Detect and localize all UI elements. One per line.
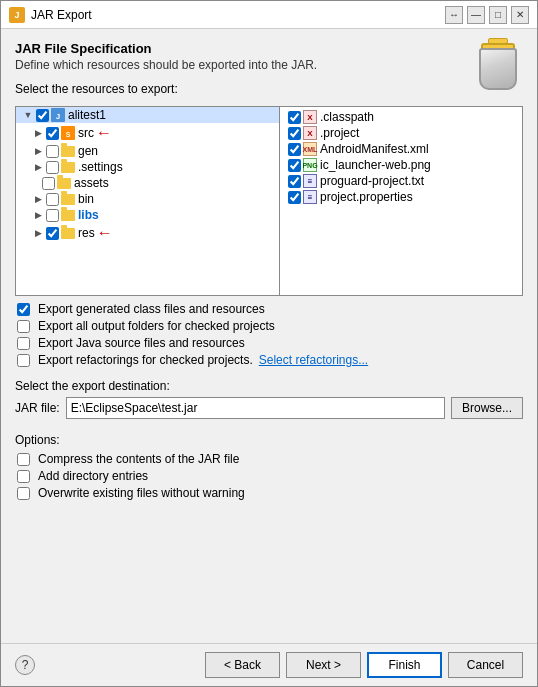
checkbox-refactorings[interactable] xyxy=(17,354,30,367)
file-row-androidmanifest[interactable]: XML AndroidManifest.xml xyxy=(284,141,518,157)
iclauncher-label: ic_launcher-web.png xyxy=(320,158,431,172)
page-title: JAR File Specification xyxy=(15,41,523,56)
tree-item-libs[interactable]: ▶ libs xyxy=(16,207,279,223)
checkbox-directory[interactable] xyxy=(17,470,30,483)
libs-folder-icon xyxy=(61,210,75,221)
checkbox-project[interactable] xyxy=(288,127,301,140)
src-arrow: ← xyxy=(96,124,112,142)
svg-text:S: S xyxy=(66,131,71,138)
expand-res[interactable]: ▶ xyxy=(32,227,44,239)
overwrite-label: Overwrite existing files without warning xyxy=(38,486,245,500)
checkbox-output-folders[interactable] xyxy=(17,320,30,333)
tree-item-assets[interactable]: assets xyxy=(16,175,279,191)
settings-label: .settings xyxy=(78,160,123,174)
tree-panel[interactable]: ▼ J alitest1 ▶ S xyxy=(15,106,280,296)
checkbox-overwrite[interactable] xyxy=(17,487,30,500)
jar-export-dialog: J JAR Export ↔ — □ ✕ JAR File Specificat… xyxy=(0,0,538,687)
expand-settings[interactable]: ▶ xyxy=(32,161,44,173)
close-button[interactable]: ✕ xyxy=(511,6,529,24)
checkbox-iclauncher[interactable] xyxy=(288,159,301,172)
cancel-button[interactable]: Cancel xyxy=(448,652,523,678)
export-dest-label: Select the export destination: xyxy=(15,379,523,393)
jar-file-label: JAR file: xyxy=(15,401,60,415)
select-refactorings-link[interactable]: Select refactorings... xyxy=(259,353,368,367)
checkbox-src[interactable] xyxy=(46,127,59,140)
checkbox-libs[interactable] xyxy=(46,209,59,222)
tree-item-gen[interactable]: ▶ gen xyxy=(16,143,279,159)
expand-src[interactable]: ▶ xyxy=(32,127,44,139)
alitest1-label: alitest1 xyxy=(68,108,106,122)
src-icon: S xyxy=(61,126,75,140)
dialog-icon: J xyxy=(9,7,25,23)
expand-gen[interactable]: ▶ xyxy=(32,145,44,157)
options-label: Options: xyxy=(15,433,523,447)
checkbox-res[interactable] xyxy=(46,227,59,240)
export-option-refactorings[interactable]: Export refactorings for checked projects… xyxy=(15,353,523,367)
tree-item-bin[interactable]: ▶ bin xyxy=(16,191,279,207)
tree-item-settings[interactable]: ▶ .settings xyxy=(16,159,279,175)
res-label: res xyxy=(78,226,95,240)
checkbox-compress[interactable] xyxy=(17,453,30,466)
checkbox-class-files[interactable] xyxy=(17,303,30,316)
export-option-java-source[interactable]: Export Java source files and resources xyxy=(15,336,523,350)
tree-item-alitest1[interactable]: ▼ J alitest1 xyxy=(16,107,279,123)
dialog-title: JAR Export xyxy=(31,8,92,22)
checkbox-java-source[interactable] xyxy=(17,337,30,350)
file-row-classpath[interactable]: X .classpath xyxy=(284,109,518,125)
tree-scrollable[interactable]: ▼ J alitest1 ▶ S xyxy=(16,107,279,295)
resize-icon[interactable]: ↔ xyxy=(445,6,463,24)
jar-file-input[interactable] xyxy=(66,397,445,419)
file-row-proguard[interactable]: ≡ proguard-project.txt xyxy=(284,173,518,189)
resource-panels: ▼ J alitest1 ▶ S xyxy=(15,106,523,296)
tree-item-src[interactable]: ▶ S src ← xyxy=(16,123,279,143)
checkbox-proguard[interactable] xyxy=(288,175,301,188)
export-option-output[interactable]: Export all output folders for checked pr… xyxy=(15,319,523,333)
maximize-button[interactable]: □ xyxy=(489,6,507,24)
title-bar-left: J JAR Export xyxy=(9,7,92,23)
androidmanifest-icon: XML xyxy=(303,142,317,156)
help-button[interactable]: ? xyxy=(15,655,35,675)
svg-text:J: J xyxy=(56,112,60,121)
expand-alitest1[interactable]: ▼ xyxy=(22,109,34,121)
class-files-label: Export generated class files and resourc… xyxy=(38,302,265,316)
back-button[interactable]: < Back xyxy=(205,652,280,678)
proguard-icon: ≡ xyxy=(303,174,317,188)
compress-label: Compress the contents of the JAR file xyxy=(38,452,239,466)
browse-button[interactable]: Browse... xyxy=(451,397,523,419)
checkbox-androidmanifest[interactable] xyxy=(288,143,301,156)
projectprops-icon: ≡ xyxy=(303,190,317,204)
checkbox-assets[interactable] xyxy=(42,177,55,190)
next-button[interactable]: Next > xyxy=(286,652,361,678)
export-option-class[interactable]: Export generated class files and resourc… xyxy=(15,302,523,316)
project-icon: X xyxy=(303,126,317,140)
projectprops-label: project.properties xyxy=(320,190,413,204)
expand-bin[interactable]: ▶ xyxy=(32,193,44,205)
directory-label: Add directory entries xyxy=(38,469,148,483)
classpath-icon: X xyxy=(303,110,317,124)
checkbox-gen[interactable] xyxy=(46,145,59,158)
finish-button[interactable]: Finish xyxy=(367,652,442,678)
res-arrow: ← xyxy=(97,224,113,242)
checkbox-projectprops[interactable] xyxy=(288,191,301,204)
tree-item-res[interactable]: ▶ res ← xyxy=(16,223,279,243)
file-row-iclauncher[interactable]: PNG ic_launcher-web.png xyxy=(284,157,518,173)
checkbox-settings[interactable] xyxy=(46,161,59,174)
checkbox-alitest1[interactable] xyxy=(36,109,49,122)
expand-libs[interactable]: ▶ xyxy=(32,209,44,221)
androidmanifest-label: AndroidManifest.xml xyxy=(320,142,429,156)
export-options-section: Export generated class files and resourc… xyxy=(15,302,523,367)
file-row-project[interactable]: X .project xyxy=(284,125,518,141)
option-compress[interactable]: Compress the contents of the JAR file xyxy=(15,452,523,466)
option-directory[interactable]: Add directory entries xyxy=(15,469,523,483)
project-label: .project xyxy=(320,126,359,140)
checkbox-bin[interactable] xyxy=(46,193,59,206)
header-section: JAR File Specification Define which reso… xyxy=(15,41,523,76)
minimize-button[interactable]: — xyxy=(467,6,485,24)
proguard-label: proguard-project.txt xyxy=(320,174,424,188)
file-row-projectprops[interactable]: ≡ project.properties xyxy=(284,189,518,205)
files-panel[interactable]: X .classpath X .project XML AndroidManif… xyxy=(280,106,523,296)
footer-buttons: < Back Next > Finish Cancel xyxy=(205,652,523,678)
option-overwrite[interactable]: Overwrite existing files without warning xyxy=(15,486,523,500)
checkbox-classpath[interactable] xyxy=(288,111,301,124)
src-label: src xyxy=(78,126,94,140)
